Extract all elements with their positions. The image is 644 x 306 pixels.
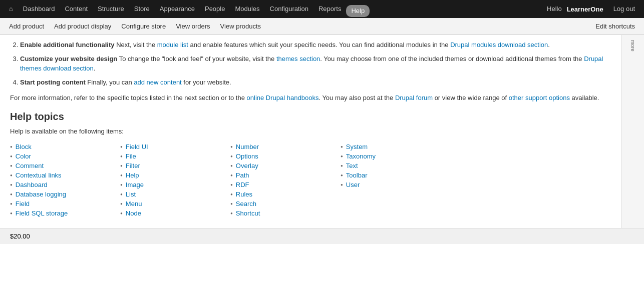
bullet-icon: ●: [230, 144, 233, 149]
nav-structure[interactable]: Structure: [93, 0, 129, 18]
bullet-icon: ●: [341, 173, 343, 178]
secnav-add-product-display[interactable]: Add product display: [49, 18, 116, 35]
bullet-icon: ●: [230, 192, 233, 196]
drupal-forum-link[interactable]: Drupal forum: [395, 94, 433, 102]
topic-options: ●Options: [230, 152, 341, 161]
help-topics-title: Help topics: [10, 111, 611, 122]
topic-path: ●Path: [230, 170, 341, 180]
logout-link[interactable]: Log out: [608, 0, 640, 18]
drupal-modules-link[interactable]: Drupal modules download section: [450, 41, 548, 48]
bullet-icon: ●: [10, 173, 13, 178]
price-value: $20.00: [10, 232, 30, 240]
secnav-add-product[interactable]: Add product: [4, 18, 49, 35]
top-navigation: ⌂ Dashboard Content Structure Store Appe…: [0, 0, 644, 18]
nav-configuration[interactable]: Configuration: [265, 0, 313, 18]
bullet-icon: ●: [230, 164, 233, 168]
topic-system: ●System: [341, 142, 451, 152]
bullet-icon: ●: [120, 192, 123, 196]
bullet-icon: ●: [120, 202, 123, 206]
bullet-icon: ●: [230, 173, 233, 178]
bullet-icon: ●: [10, 144, 13, 149]
topic-rules: ●Rules: [230, 190, 341, 199]
content-wrapper: Enable additional functionality Next, vi…: [0, 35, 644, 228]
nav-appearance[interactable]: Appearance: [155, 0, 200, 18]
bullet-icon: ●: [10, 164, 13, 168]
step-2: Enable additional functionality Next, vi…: [20, 40, 611, 50]
topic-toolbar: ●Toolbar: [341, 170, 451, 180]
step-4: Start posting content Finally, you can a…: [20, 78, 611, 88]
topic-field-sql-storage: ●Field SQL storage: [10, 208, 120, 218]
step-3: Customize your website design To change …: [20, 54, 611, 74]
bullet-icon: ●: [230, 211, 233, 216]
support-options-link[interactable]: other support options: [509, 94, 570, 102]
topic-block: ●Block: [10, 142, 120, 152]
topic-image: ●Image: [120, 180, 230, 190]
bullet-icon: ●: [341, 144, 343, 149]
topic-text: ●Text: [341, 161, 451, 170]
module-list-link[interactable]: module list: [157, 41, 188, 48]
bullet-icon: ●: [120, 154, 123, 158]
nav-people[interactable]: People: [200, 0, 230, 18]
topic-user: ●User: [341, 180, 451, 190]
topic-taxonomy: ●Taxonomy: [341, 152, 451, 161]
bullet-icon: ●: [120, 182, 123, 187]
right-panel: more: [621, 35, 644, 228]
nav-store[interactable]: Store: [129, 0, 155, 18]
secnav-configure-store[interactable]: Configure store: [116, 18, 171, 35]
step-3-bold: Customize your website design: [20, 55, 117, 62]
topic-contextual-links: ●Contextual links: [10, 170, 120, 180]
topic-file: ●File: [120, 152, 230, 161]
home-icon[interactable]: ⌂: [4, 0, 18, 18]
bullet-icon: ●: [10, 154, 13, 158]
themes-section-link[interactable]: themes section: [276, 55, 320, 62]
bullet-icon: ●: [341, 164, 343, 168]
bullet-icon: ●: [341, 154, 343, 158]
user-section: Hello LearnerOne Log out: [542, 0, 640, 18]
secnav-view-products[interactable]: View products: [215, 18, 266, 35]
steps-list: Enable additional functionality Next, vi…: [10, 40, 611, 87]
step-2-bold: Enable additional functionality: [20, 41, 115, 48]
topic-overlay: ●Overlay: [230, 161, 341, 170]
bullet-icon: ●: [10, 211, 13, 216]
main-content: Enable additional functionality Next, vi…: [0, 35, 621, 228]
bullet-icon: ●: [10, 182, 13, 187]
topic-filter: ●Filter: [120, 161, 230, 170]
topics-col-3: ●Number ●Options ●Overlay ●Path ●RDF ●Ru…: [230, 142, 341, 218]
topic-database-logging: ●Database logging: [10, 190, 120, 199]
online-handbooks-link[interactable]: online Drupal handbooks: [247, 94, 319, 102]
topic-field: ●Field: [10, 199, 120, 208]
topic-node: ●Node: [120, 208, 230, 218]
bullet-icon: ●: [230, 154, 233, 158]
topic-color: ●Color: [10, 152, 120, 161]
topics-col-4: ●System ●Taxonomy ●Text ●Toolbar ●User: [341, 142, 451, 218]
topic-search: ●Search: [230, 199, 341, 208]
secnav-view-orders[interactable]: View orders: [171, 18, 215, 35]
topic-list: ●List: [120, 190, 230, 199]
secondary-navigation: Add product Add product display Configur…: [0, 18, 644, 35]
topic-dashboard: ●Dashboard: [10, 180, 120, 190]
step-4-bold: Start posting content: [20, 78, 86, 86]
hello-text: Hello: [542, 0, 567, 18]
topic-comment: ●Comment: [10, 161, 120, 170]
add-new-content-link[interactable]: add new content: [134, 78, 181, 86]
bullet-icon: ●: [120, 144, 123, 149]
bullet-icon: ●: [341, 182, 343, 187]
edit-shortcuts-link[interactable]: Edit shortcuts: [590, 22, 640, 30]
nav-help[interactable]: Help: [346, 5, 370, 17]
bullet-icon: ●: [120, 211, 123, 216]
topic-rdf: ●RDF: [230, 180, 341, 190]
nav-dashboard[interactable]: Dashboard: [18, 0, 60, 18]
nav-modules[interactable]: Modules: [230, 0, 264, 18]
topics-col-1: ●Block ●Color ●Comment ●Contextual links…: [10, 142, 120, 218]
topic-menu: ●Menu: [120, 199, 230, 208]
username: LearnerOne: [567, 6, 603, 13]
topic-help: ●Help: [120, 170, 230, 180]
topic-shortcut: ●Shortcut: [230, 208, 341, 218]
nav-content[interactable]: Content: [60, 0, 93, 18]
help-topics-intro: Help is available on the following items…: [10, 126, 611, 136]
topic-field-ui: ●Field UI: [120, 142, 230, 152]
more-link[interactable]: more: [630, 40, 635, 52]
nav-reports[interactable]: Reports: [313, 0, 347, 18]
topics-col-2: ●Field UI ●File ●Filter ●Help ●Image ●Li…: [120, 142, 230, 218]
bullet-icon: ●: [230, 182, 233, 187]
